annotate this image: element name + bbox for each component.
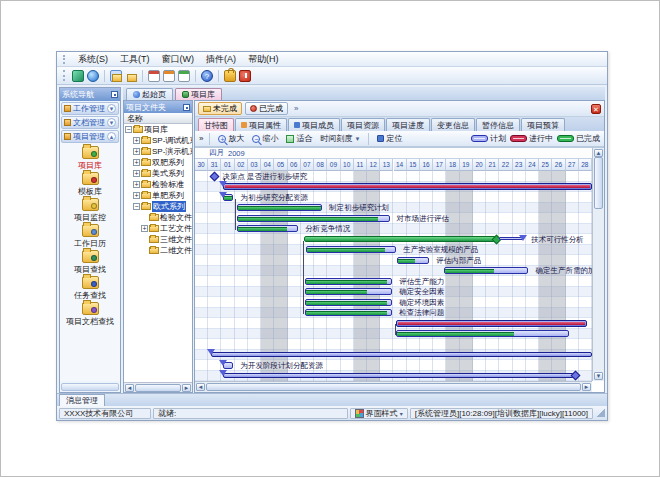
- filter-未完成-button[interactable]: 未完成: [198, 102, 242, 115]
- nav-section-3[interactable]: 项目管理▲: [61, 130, 119, 143]
- gantt-task-bar[interactable]: [397, 257, 429, 264]
- tree-item-单肥系列[interactable]: +单肥系列: [124, 190, 192, 201]
- filter-已完成-button[interactable]: 已完成: [245, 102, 288, 115]
- scroll-left-icon[interactable]: ◄: [196, 383, 205, 391]
- scroll-right-icon[interactable]: ►: [582, 383, 591, 391]
- gantt-summary-bar-active[interactable]: [396, 320, 587, 327]
- expand-icon[interactable]: +: [141, 225, 148, 232]
- gantt-task-bar[interactable]: [444, 267, 529, 274]
- tab-起始页[interactable]: 起始页: [126, 88, 173, 100]
- tree-item-SP-调试机系[interactable]: +SP-调试机系: [124, 135, 192, 146]
- gantt-tab-变更信息[interactable]: 变更信息: [431, 118, 475, 131]
- gantt-horizontal-scrollbar[interactable]: ◄ ►: [195, 381, 592, 392]
- nav-item-任务查找[interactable]: 任务查找: [74, 276, 106, 301]
- toolbar-overflow-icon[interactable]: »: [199, 134, 203, 143]
- gantt-task-bar[interactable]: [305, 309, 392, 316]
- gantt-vertical-scrollbar[interactable]: ▲ ▼: [592, 148, 604, 381]
- menu-item-3[interactable]: 插件(A): [200, 52, 242, 67]
- tree-item-检验标准[interactable]: +检验标准: [124, 179, 192, 190]
- tab-项目库[interactable]: 项目库: [175, 88, 222, 100]
- project-folder-icon[interactable]: [125, 70, 137, 82]
- gantt-tab-项目资源[interactable]: 项目资源: [341, 118, 385, 131]
- gantt-tab-暂停信息[interactable]: 暂停信息: [476, 118, 520, 131]
- gantt-task-bar[interactable]: [237, 204, 322, 211]
- time-scale-button[interactable]: 时间刻度▼: [318, 132, 362, 145]
- lock-icon[interactable]: [224, 70, 236, 82]
- gantt-task-bar[interactable]: [305, 299, 392, 306]
- scroll-thumb[interactable]: [594, 157, 603, 209]
- filter-overflow-icon[interactable]: »: [291, 104, 301, 113]
- gantt-tab-项目预算[interactable]: 项目预算: [521, 118, 565, 131]
- nav-item-项目库[interactable]: 项目库: [78, 146, 102, 171]
- open-project-folder-icon[interactable]: [110, 70, 122, 82]
- nav-item-工作日历[interactable]: 工作日历: [74, 224, 106, 249]
- zoom-in-button[interactable]: +放大: [216, 132, 246, 145]
- tree-item-工艺文件[interactable]: +工艺文件: [124, 223, 192, 234]
- tree-item-项目库[interactable]: −项目库: [124, 124, 192, 135]
- expand-icon[interactable]: +: [133, 159, 140, 166]
- report-red-icon[interactable]: [148, 70, 160, 82]
- nav-item-项目监控[interactable]: 项目监控: [74, 198, 106, 223]
- scroll-up-icon[interactable]: ▲: [594, 149, 603, 157]
- pushpin-icon[interactable]: [111, 91, 118, 98]
- nav-section-1[interactable]: 工作管理▼: [61, 102, 119, 115]
- resize-grip[interactable]: [597, 409, 605, 417]
- expand-icon[interactable]: +: [133, 192, 140, 199]
- collapse-icon[interactable]: −: [125, 126, 132, 133]
- gantt-tab-项目成员[interactable]: 项目成员: [288, 118, 340, 131]
- gantt-tab-项目属性[interactable]: 项目属性: [235, 118, 287, 131]
- nav-section-2[interactable]: 文档管理▼: [61, 116, 119, 129]
- menu-item-2[interactable]: 窗口(W): [156, 52, 201, 67]
- tree-item-三维文件[interactable]: 三维文件: [124, 234, 192, 245]
- tree-item-欧式系列[interactable]: −欧式系列: [124, 201, 192, 212]
- close-panel-button[interactable]: ✕: [591, 104, 601, 114]
- menu-item-4[interactable]: 帮助(H): [242, 52, 285, 67]
- pushpin-icon[interactable]: [183, 104, 190, 111]
- chevron-up-icon[interactable]: ▲: [107, 132, 116, 141]
- gantt-task-bar[interactable]: [237, 215, 389, 222]
- tree-item-检验文件[interactable]: 检验文件: [124, 212, 192, 223]
- scroll-thumb[interactable]: [206, 383, 581, 391]
- expand-icon[interactable]: +: [133, 137, 140, 144]
- tree-item-SP-演示机系[interactable]: +SP-演示机系: [124, 146, 192, 157]
- gantt-summary-bar-plan[interactable]: [223, 373, 576, 378]
- tree-horizontal-scrollbar[interactable]: ◄ ►: [124, 382, 192, 392]
- menu-item-0[interactable]: 系统(S): [72, 52, 114, 67]
- gantt-summary-bar-active[interactable]: [223, 183, 592, 190]
- tab-message-management[interactable]: 消息管理: [59, 394, 105, 406]
- gantt-tab-项目进度[interactable]: 项目进度: [386, 118, 430, 131]
- scroll-left-icon[interactable]: ◄: [125, 384, 134, 392]
- expand-icon[interactable]: +: [133, 170, 140, 177]
- gantt-task-bar[interactable]: [237, 225, 298, 232]
- scroll-right-icon[interactable]: ►: [182, 384, 191, 392]
- interface-style-button[interactable]: 界面样式 ▾: [350, 408, 408, 419]
- gantt-tab-甘特图[interactable]: 甘特图: [198, 118, 234, 131]
- report-orange-icon[interactable]: [163, 70, 175, 82]
- nav-collapsed-section[interactable]: [61, 383, 119, 391]
- scroll-down-icon[interactable]: ▼: [594, 372, 603, 380]
- workspace-icon[interactable]: [72, 70, 84, 82]
- globe-icon[interactable]: [87, 70, 99, 82]
- gantt-task-bar[interactable]: [306, 246, 396, 253]
- scroll-thumb[interactable]: [135, 384, 181, 392]
- nav-item-项目查找[interactable]: 项目查找: [74, 250, 106, 275]
- expand-icon[interactable]: +: [133, 148, 140, 155]
- nav-item-项目文档查找[interactable]: 项目文档查找: [66, 302, 114, 327]
- gantt-task-bar[interactable]: [305, 278, 392, 285]
- nav-item-模板库[interactable]: 模板库: [78, 172, 102, 197]
- report-green-icon[interactable]: [178, 70, 190, 82]
- menu-item-1[interactable]: 工具(T): [114, 52, 156, 67]
- gantt-summary-bar-plan[interactable]: [211, 352, 592, 357]
- gantt-grid[interactable]: 决策点 是否进行初步研究为初步研究分配资源制定初步研究计划对市场进行评估分析竞争…: [195, 171, 592, 381]
- tree-item-美式系列[interactable]: +美式系列: [124, 168, 192, 179]
- zoom-out-button[interactable]: −缩小: [250, 132, 280, 145]
- tree-item-双肥系列[interactable]: +双肥系列: [124, 157, 192, 168]
- help-icon[interactable]: [201, 70, 213, 82]
- gantt-task-bar[interactable]: [396, 330, 569, 337]
- locate-button[interactable]: 定位: [375, 132, 404, 145]
- chevron-down-icon[interactable]: ▼: [107, 104, 116, 113]
- gantt-task-bar[interactable]: [305, 288, 392, 295]
- chevron-down-icon[interactable]: ▼: [107, 118, 116, 127]
- fit-button[interactable]: 适合: [284, 132, 314, 145]
- tree-item-二维文件[interactable]: 二维文件: [124, 245, 192, 256]
